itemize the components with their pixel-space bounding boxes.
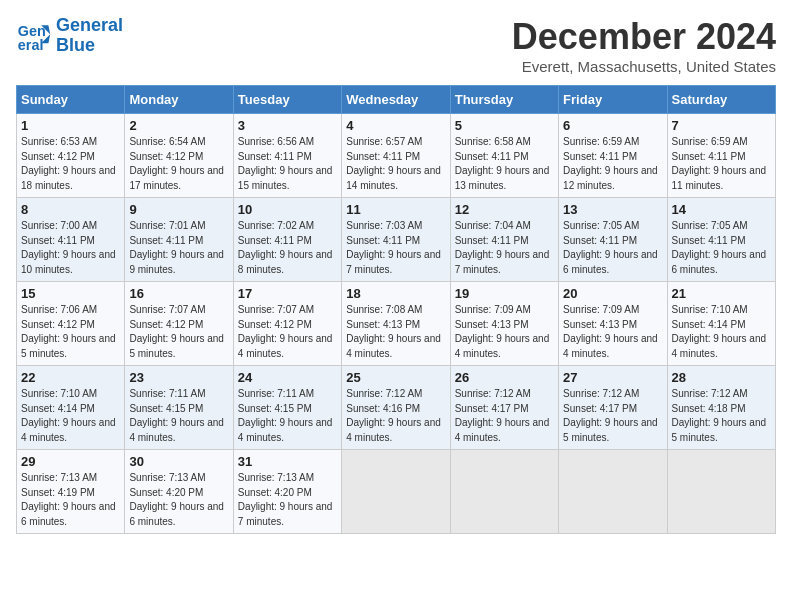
day-info: Sunrise: 7:07 AM Sunset: 4:12 PM Dayligh… xyxy=(129,303,228,361)
header-monday: Monday xyxy=(125,86,233,114)
table-row: 21 Sunrise: 7:10 AM Sunset: 4:14 PM Dayl… xyxy=(667,282,775,366)
header-thursday: Thursday xyxy=(450,86,558,114)
location: Everett, Massachusetts, United States xyxy=(512,58,776,75)
day-number: 4 xyxy=(346,118,445,133)
header-sunday: Sunday xyxy=(17,86,125,114)
day-info: Sunrise: 7:11 AM Sunset: 4:15 PM Dayligh… xyxy=(238,387,337,445)
header-tuesday: Tuesday xyxy=(233,86,341,114)
month-title: December 2024 xyxy=(512,16,776,58)
calendar-week-row: 8 Sunrise: 7:00 AM Sunset: 4:11 PM Dayli… xyxy=(17,198,776,282)
day-number: 25 xyxy=(346,370,445,385)
day-info: Sunrise: 6:59 AM Sunset: 4:11 PM Dayligh… xyxy=(672,135,771,193)
table-row: 20 Sunrise: 7:09 AM Sunset: 4:13 PM Dayl… xyxy=(559,282,667,366)
header-friday: Friday xyxy=(559,86,667,114)
logo-text: General Blue xyxy=(56,16,123,56)
day-info: Sunrise: 7:01 AM Sunset: 4:11 PM Dayligh… xyxy=(129,219,228,277)
day-number: 20 xyxy=(563,286,662,301)
day-number: 3 xyxy=(238,118,337,133)
day-number: 14 xyxy=(672,202,771,217)
logo: Gen eral General Blue xyxy=(16,16,123,56)
day-info: Sunrise: 7:05 AM Sunset: 4:11 PM Dayligh… xyxy=(672,219,771,277)
day-info: Sunrise: 7:13 AM Sunset: 4:20 PM Dayligh… xyxy=(129,471,228,529)
day-number: 18 xyxy=(346,286,445,301)
table-row: 23 Sunrise: 7:11 AM Sunset: 4:15 PM Dayl… xyxy=(125,366,233,450)
day-number: 30 xyxy=(129,454,228,469)
day-info: Sunrise: 6:58 AM Sunset: 4:11 PM Dayligh… xyxy=(455,135,554,193)
day-info: Sunrise: 6:59 AM Sunset: 4:11 PM Dayligh… xyxy=(563,135,662,193)
day-info: Sunrise: 7:00 AM Sunset: 4:11 PM Dayligh… xyxy=(21,219,120,277)
day-number: 5 xyxy=(455,118,554,133)
table-row: 26 Sunrise: 7:12 AM Sunset: 4:17 PM Dayl… xyxy=(450,366,558,450)
table-row: 30 Sunrise: 7:13 AM Sunset: 4:20 PM Dayl… xyxy=(125,450,233,534)
day-number: 2 xyxy=(129,118,228,133)
table-row: 18 Sunrise: 7:08 AM Sunset: 4:13 PM Dayl… xyxy=(342,282,450,366)
table-row: 7 Sunrise: 6:59 AM Sunset: 4:11 PM Dayli… xyxy=(667,114,775,198)
table-row: 29 Sunrise: 7:13 AM Sunset: 4:19 PM Dayl… xyxy=(17,450,125,534)
table-row: 12 Sunrise: 7:04 AM Sunset: 4:11 PM Dayl… xyxy=(450,198,558,282)
day-info: Sunrise: 6:53 AM Sunset: 4:12 PM Dayligh… xyxy=(21,135,120,193)
table-row xyxy=(450,450,558,534)
table-row: 13 Sunrise: 7:05 AM Sunset: 4:11 PM Dayl… xyxy=(559,198,667,282)
day-number: 13 xyxy=(563,202,662,217)
day-info: Sunrise: 7:11 AM Sunset: 4:15 PM Dayligh… xyxy=(129,387,228,445)
table-row: 22 Sunrise: 7:10 AM Sunset: 4:14 PM Dayl… xyxy=(17,366,125,450)
day-info: Sunrise: 7:12 AM Sunset: 4:16 PM Dayligh… xyxy=(346,387,445,445)
table-row: 24 Sunrise: 7:11 AM Sunset: 4:15 PM Dayl… xyxy=(233,366,341,450)
table-row: 14 Sunrise: 7:05 AM Sunset: 4:11 PM Dayl… xyxy=(667,198,775,282)
day-info: Sunrise: 6:57 AM Sunset: 4:11 PM Dayligh… xyxy=(346,135,445,193)
day-info: Sunrise: 7:03 AM Sunset: 4:11 PM Dayligh… xyxy=(346,219,445,277)
day-number: 23 xyxy=(129,370,228,385)
header-saturday: Saturday xyxy=(667,86,775,114)
day-info: Sunrise: 7:08 AM Sunset: 4:13 PM Dayligh… xyxy=(346,303,445,361)
day-info: Sunrise: 6:56 AM Sunset: 4:11 PM Dayligh… xyxy=(238,135,337,193)
day-info: Sunrise: 7:09 AM Sunset: 4:13 PM Dayligh… xyxy=(455,303,554,361)
day-number: 21 xyxy=(672,286,771,301)
title-section: December 2024 Everett, Massachusetts, Un… xyxy=(512,16,776,75)
day-number: 28 xyxy=(672,370,771,385)
day-number: 17 xyxy=(238,286,337,301)
day-number: 24 xyxy=(238,370,337,385)
calendar-header-row: Sunday Monday Tuesday Wednesday Thursday… xyxy=(17,86,776,114)
day-number: 6 xyxy=(563,118,662,133)
day-number: 9 xyxy=(129,202,228,217)
table-row: 4 Sunrise: 6:57 AM Sunset: 4:11 PM Dayli… xyxy=(342,114,450,198)
table-row: 9 Sunrise: 7:01 AM Sunset: 4:11 PM Dayli… xyxy=(125,198,233,282)
day-info: Sunrise: 7:05 AM Sunset: 4:11 PM Dayligh… xyxy=(563,219,662,277)
day-info: Sunrise: 7:09 AM Sunset: 4:13 PM Dayligh… xyxy=(563,303,662,361)
calendar-week-row: 1 Sunrise: 6:53 AM Sunset: 4:12 PM Dayli… xyxy=(17,114,776,198)
day-info: Sunrise: 7:02 AM Sunset: 4:11 PM Dayligh… xyxy=(238,219,337,277)
calendar-week-row: 15 Sunrise: 7:06 AM Sunset: 4:12 PM Dayl… xyxy=(17,282,776,366)
table-row: 16 Sunrise: 7:07 AM Sunset: 4:12 PM Dayl… xyxy=(125,282,233,366)
day-number: 11 xyxy=(346,202,445,217)
day-info: Sunrise: 7:10 AM Sunset: 4:14 PM Dayligh… xyxy=(672,303,771,361)
table-row: 27 Sunrise: 7:12 AM Sunset: 4:17 PM Dayl… xyxy=(559,366,667,450)
day-number: 7 xyxy=(672,118,771,133)
day-info: Sunrise: 7:12 AM Sunset: 4:18 PM Dayligh… xyxy=(672,387,771,445)
page-header: Gen eral General Blue December 2024 Ever… xyxy=(16,16,776,75)
day-number: 22 xyxy=(21,370,120,385)
table-row: 10 Sunrise: 7:02 AM Sunset: 4:11 PM Dayl… xyxy=(233,198,341,282)
table-row: 3 Sunrise: 6:56 AM Sunset: 4:11 PM Dayli… xyxy=(233,114,341,198)
day-info: Sunrise: 7:07 AM Sunset: 4:12 PM Dayligh… xyxy=(238,303,337,361)
day-number: 1 xyxy=(21,118,120,133)
table-row: 5 Sunrise: 6:58 AM Sunset: 4:11 PM Dayli… xyxy=(450,114,558,198)
header-wednesday: Wednesday xyxy=(342,86,450,114)
table-row: 11 Sunrise: 7:03 AM Sunset: 4:11 PM Dayl… xyxy=(342,198,450,282)
table-row: 17 Sunrise: 7:07 AM Sunset: 4:12 PM Dayl… xyxy=(233,282,341,366)
day-number: 12 xyxy=(455,202,554,217)
calendar-table: Sunday Monday Tuesday Wednesday Thursday… xyxy=(16,85,776,534)
day-info: Sunrise: 7:06 AM Sunset: 4:12 PM Dayligh… xyxy=(21,303,120,361)
table-row: 8 Sunrise: 7:00 AM Sunset: 4:11 PM Dayli… xyxy=(17,198,125,282)
svg-text:eral: eral xyxy=(18,37,44,53)
table-row: 15 Sunrise: 7:06 AM Sunset: 4:12 PM Dayl… xyxy=(17,282,125,366)
day-info: Sunrise: 7:12 AM Sunset: 4:17 PM Dayligh… xyxy=(563,387,662,445)
day-number: 8 xyxy=(21,202,120,217)
day-info: Sunrise: 7:10 AM Sunset: 4:14 PM Dayligh… xyxy=(21,387,120,445)
table-row xyxy=(559,450,667,534)
logo-icon: Gen eral xyxy=(16,18,52,54)
day-number: 15 xyxy=(21,286,120,301)
day-info: Sunrise: 7:13 AM Sunset: 4:20 PM Dayligh… xyxy=(238,471,337,529)
day-info: Sunrise: 7:04 AM Sunset: 4:11 PM Dayligh… xyxy=(455,219,554,277)
day-info: Sunrise: 7:13 AM Sunset: 4:19 PM Dayligh… xyxy=(21,471,120,529)
table-row: 28 Sunrise: 7:12 AM Sunset: 4:18 PM Dayl… xyxy=(667,366,775,450)
